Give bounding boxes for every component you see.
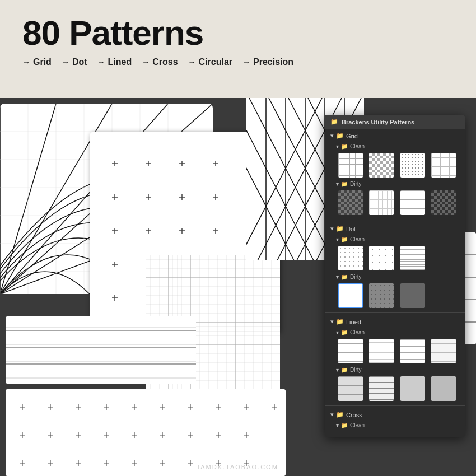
chevron-down-icon: ▾ [330, 132, 334, 139]
folder-icon-grid: 📁 [336, 132, 344, 139]
panel-section-lined: ▾ 📁 Lined ▾ 📁 Clean ▾ 📁 Dirty [325, 315, 465, 404]
cross-bottom-svg [6, 389, 286, 476]
section-header-lined[interactable]: ▾ 📁 Lined [325, 316, 465, 328]
watermark: IAMDK.TAOBAO.COM [198, 464, 278, 470]
arrow-icon-4: → [142, 58, 150, 67]
divider-3 [325, 405, 465, 406]
folder-icon-lined: 📁 [336, 318, 344, 325]
section-header-dot[interactable]: ▾ 📁 Dot [325, 223, 465, 235]
thumb-dot-dirty-2[interactable] [369, 283, 394, 308]
subtitle-label-cross: Cross [152, 57, 178, 67]
subtitle-item-precision: → Precision [242, 57, 293, 67]
svg-rect-73 [6, 316, 196, 384]
thumb-lined-dirty-1[interactable] [338, 376, 363, 401]
thumb-lined-2[interactable] [369, 339, 394, 363]
thumb-grid-3[interactable] [400, 153, 425, 178]
thumb-dirty-1[interactable] [338, 190, 363, 215]
grid-clean-thumbnails [325, 151, 465, 179]
subtitle-item-cross: → Cross [142, 57, 178, 67]
thumb-grid-4[interactable] [431, 153, 456, 178]
chevron-icon-7: ▾ [336, 329, 339, 335]
thumb-lined-1[interactable] [338, 339, 363, 363]
chevron-icon-4: ▾ [336, 236, 339, 242]
subtitle-row: → Grid → Dot → Lined → Cross → Circular … [22, 57, 454, 67]
chevron-icon-8: ▾ [336, 367, 339, 373]
thumb-lined-3[interactable] [400, 339, 425, 363]
chevron-icon: ▾ [336, 143, 339, 150]
subsection-header-dirty-2[interactable]: ▾ 📁 Dirty [325, 272, 465, 282]
chevron-icon-3: ▾ [330, 225, 334, 232]
dot-clean-thumbnails [325, 244, 465, 272]
folder-icon-dot: 📁 [336, 225, 344, 232]
chevron-icon-9: ▾ [330, 411, 334, 418]
lined-clean-thumbnails [325, 337, 465, 365]
subsection-header-dirty-1[interactable]: ▾ 📁 Dirty [325, 179, 465, 189]
divider-1 [325, 220, 465, 220]
subsection-label-4: Clean [350, 422, 365, 428]
subtitle-item-lined: → Lined [97, 57, 132, 67]
thumb-lined-dirty-4[interactable] [431, 376, 456, 401]
subsection-header-clean-3[interactable]: ▾ 📁 Clean [325, 328, 465, 337]
subtitle-item-grid: → Grid [22, 57, 52, 67]
panel-section-dot: ▾ 📁 Dot ▾ 📁 Clean ▾ 📁 Dirty [325, 222, 465, 311]
subtitle-label-circular: Circular [199, 57, 232, 67]
subsection-label-dirty: Dirty [350, 181, 362, 187]
thumb-lined-4[interactable] [431, 339, 456, 363]
subtitle-label-dot: Dot [72, 57, 87, 67]
subsection-label-3: Clean [350, 329, 365, 335]
subsection-label-2: Clean [350, 236, 365, 242]
subsection-header-dirty-3[interactable]: ▾ 📁 Dirty [325, 365, 465, 375]
thumb-dot-dirty-3[interactable] [400, 283, 425, 308]
section-label-dot: Dot [346, 226, 356, 232]
panel-title: Brackens Utility Patterns [342, 119, 414, 125]
thumb-dot-2[interactable] [369, 246, 394, 270]
panel-header: 📁 Brackens Utility Patterns [325, 115, 465, 129]
thumb-grid-2[interactable] [369, 153, 394, 178]
thumb-dot-1[interactable] [338, 246, 363, 270]
folder-icon-clean1: 📁 [341, 143, 348, 150]
folder-icon-clean2: 📁 [341, 236, 348, 242]
arrow-icon-5: → [188, 58, 196, 67]
section-header-grid[interactable]: ▾ 📁 Grid [325, 130, 465, 142]
arrow-icon-6: → [242, 58, 250, 67]
thumb-dot-3[interactable] [400, 246, 425, 270]
chevron-icon-2: ▾ [336, 181, 339, 187]
dot-dirty-thumbnails [325, 282, 465, 310]
section-header-cross[interactable]: ▾ 📁 Cross [325, 409, 465, 421]
panel-section-cross: ▾ 📁 Cross ▾ 📁 Clean [325, 408, 465, 431]
thumb-lined-dirty-3[interactable] [400, 376, 425, 401]
folder-icon-clean4: 📁 [341, 422, 348, 428]
section-label-lined: Lined [346, 319, 361, 325]
folder-icon-dirty3: 📁 [341, 367, 348, 373]
folder-icon-cross: 📁 [336, 411, 344, 418]
chevron-icon-5: ▾ [336, 274, 339, 280]
section-label-cross: Cross [346, 412, 362, 418]
arrow-icon-3: → [97, 58, 105, 67]
subsection-label-dirty2: Dirty [350, 274, 362, 280]
subsection-header-clean-1[interactable]: ▾ 📁 Clean [325, 142, 465, 151]
thumb-grid-1[interactable] [338, 153, 363, 178]
lined-pattern-preview [6, 316, 196, 384]
page-title: 80 Patterns [22, 16, 454, 50]
thumb-dirty-2[interactable] [369, 190, 394, 215]
divider-2 [325, 312, 465, 313]
arrow-icon-1: → [22, 58, 30, 67]
subtitle-label-lined: Lined [108, 57, 132, 67]
section-label-grid: Grid [346, 133, 358, 139]
folder-icon: 📁 [330, 118, 338, 125]
preview-section: 📁 Brackens Utility Patterns ▾ 📁 Grid ▾ 📁… [0, 98, 476, 476]
folder-icon-dirty1: 📁 [341, 181, 348, 187]
lined-svg [6, 316, 196, 384]
thumb-dirty-4[interactable] [431, 190, 456, 215]
folder-icon-clean3: 📁 [341, 329, 348, 335]
thumb-dirty-3[interactable] [400, 190, 425, 215]
thumb-lined-dirty-2[interactable] [369, 376, 394, 401]
patterns-panel: 📁 Brackens Utility Patterns ▾ 📁 Grid ▾ 📁… [325, 115, 465, 437]
subsection-header-clean-4[interactable]: ▾ 📁 Clean [325, 421, 465, 430]
subtitle-label-grid: Grid [33, 57, 52, 67]
subsection-header-clean-2[interactable]: ▾ 📁 Clean [325, 235, 465, 244]
chevron-icon-6: ▾ [330, 318, 334, 325]
panel-section-grid: ▾ 📁 Grid ▾ 📁 Clean ▾ 📁 Dirty [325, 129, 465, 218]
header-section: 80 Patterns → Grid → Dot → Lined → Cross… [0, 0, 476, 98]
thumb-dot-dirty-1[interactable] [338, 283, 363, 308]
